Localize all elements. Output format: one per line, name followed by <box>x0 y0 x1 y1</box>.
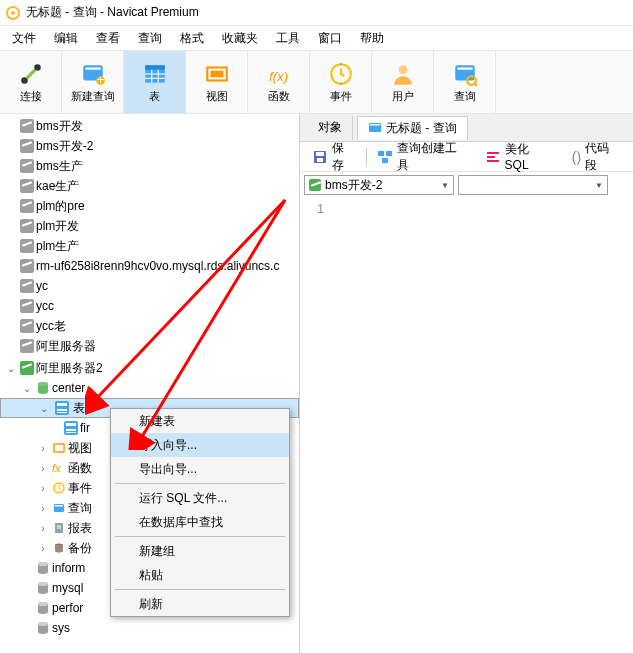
tool-event[interactable]: 事件 <box>310 51 372 113</box>
line-gutter: 1 <box>306 202 330 649</box>
connection-icon <box>20 219 34 233</box>
tool-function[interactable]: f(x) 函数 <box>248 51 310 113</box>
query-builder-button[interactable]: 查询创建工具 <box>371 138 475 176</box>
context-menu-item[interactable]: 在数据库中查找 <box>111 510 289 534</box>
chevron-right-icon: › <box>36 543 50 554</box>
tree-connection[interactable]: rm-uf6258i8renn9hcv0vo.mysql.rds.aliyunc… <box>0 256 299 276</box>
tree-connection[interactable]: plm的pre <box>0 196 299 216</box>
connection-icon <box>20 361 34 375</box>
view-icon <box>52 441 66 455</box>
svg-point-40 <box>38 622 48 626</box>
chevron-right-icon: › <box>36 483 50 494</box>
context-menu-item[interactable]: 刷新 <box>111 592 289 616</box>
beautify-sql-button[interactable]: 美化 SQL <box>479 139 562 174</box>
function-icon: f(x) <box>266 61 292 87</box>
svg-point-24 <box>38 382 48 386</box>
svg-rect-46 <box>378 151 384 156</box>
database-icon <box>36 621 50 635</box>
svg-point-16 <box>339 63 341 65</box>
tool-user[interactable]: 用户 <box>372 51 434 113</box>
chevron-down-icon: ▼ <box>441 181 449 190</box>
tool-new-query[interactable]: + 新建查询 <box>62 51 124 113</box>
chevron-right-icon: › <box>36 503 50 514</box>
beautify-icon <box>485 149 501 165</box>
tree-connection-active[interactable]: ⌄ 阿里服务器2 <box>0 358 299 378</box>
svg-rect-25 <box>54 444 64 452</box>
tree-connection[interactable]: bms生产 <box>0 156 299 176</box>
tree-connection[interactable]: 阿里服务器 <box>0 336 299 356</box>
tables-icon <box>55 401 69 415</box>
menu-help[interactable]: 帮助 <box>352 28 392 49</box>
plug-icon <box>18 61 44 87</box>
connection-icon <box>20 299 34 313</box>
menu-file[interactable]: 文件 <box>4 28 44 49</box>
view-icon <box>204 61 230 87</box>
database-icon <box>36 561 50 575</box>
tree-connection[interactable]: plm开发 <box>0 216 299 236</box>
chevron-right-icon: › <box>36 523 50 534</box>
menu-tools[interactable]: 工具 <box>268 28 308 49</box>
tree-connection[interactable]: ycc <box>0 296 299 316</box>
query-icon <box>452 61 478 87</box>
tool-table[interactable]: 表 <box>124 51 186 113</box>
tree-database[interactable]: ⌄ center <box>0 378 299 398</box>
menu-query[interactable]: 查询 <box>130 28 170 49</box>
save-button[interactable]: 保存 <box>306 138 362 176</box>
tool-query[interactable]: 查询 <box>434 51 496 113</box>
context-menu: 新建表导入向导...导出向导...运行 SQL 文件...在数据库中查找新建组粘… <box>110 408 290 617</box>
menu-favorites[interactable]: 收藏夹 <box>214 28 266 49</box>
table-icon <box>64 421 78 435</box>
query-selectors: bms开发-2 ▼ ▼ <box>300 172 633 198</box>
backup-icon <box>52 541 66 555</box>
chevron-right-icon: › <box>36 443 50 454</box>
app-icon <box>6 6 20 20</box>
connection-icon <box>309 179 321 191</box>
context-menu-item[interactable]: 导出向导... <box>111 457 289 481</box>
tree-connection[interactable]: bms开发-2 <box>0 136 299 156</box>
connection-icon <box>20 119 34 133</box>
tree-connection[interactable]: yc <box>0 276 299 296</box>
svg-rect-42 <box>370 124 380 126</box>
function-icon: fx <box>52 461 66 475</box>
chevron-right-icon: › <box>36 463 50 474</box>
context-menu-item[interactable]: 粘贴 <box>111 563 289 587</box>
connection-select[interactable]: bms开发-2 ▼ <box>304 175 454 195</box>
svg-point-38 <box>38 602 48 606</box>
builder-icon <box>377 149 393 165</box>
tree-connection[interactable]: bms开发 <box>0 116 299 136</box>
user-icon <box>390 61 416 87</box>
menu-view[interactable]: 查看 <box>88 28 128 49</box>
menu-format[interactable]: 格式 <box>172 28 212 49</box>
database-icon <box>36 581 50 595</box>
tool-view[interactable]: 视图 <box>186 51 248 113</box>
query-toolbar: 保存 查询创建工具 美化 SQL () 代码段 <box>300 142 633 172</box>
connection-icon <box>20 339 34 353</box>
svg-point-34 <box>38 562 48 566</box>
chevron-down-icon: ⌄ <box>37 403 51 414</box>
snippet-button[interactable]: () 代码段 <box>566 138 627 176</box>
svg-text:f(x): f(x) <box>269 68 288 83</box>
tool-connect[interactable]: 连接 <box>0 51 62 113</box>
menu-edit[interactable]: 编辑 <box>46 28 86 49</box>
right-panel: 对象 无标题 - 查询 保存 查询创建工具 美化 SQL () <box>300 114 633 653</box>
context-menu-item[interactable]: 运行 SQL 文件... <box>111 486 289 510</box>
svg-line-22 <box>474 83 476 85</box>
tree-connection[interactable]: kae生产 <box>0 176 299 196</box>
tree-connection[interactable]: ycc老 <box>0 316 299 336</box>
svg-rect-45 <box>317 157 323 161</box>
tree-connection[interactable]: plm生产 <box>0 236 299 256</box>
query-icon <box>368 121 382 135</box>
tab-objects[interactable]: 对象 <box>308 116 353 140</box>
context-menu-item[interactable]: 新建表 <box>111 409 289 433</box>
database-select[interactable]: ▼ <box>458 175 608 195</box>
context-menu-item[interactable]: 新建组 <box>111 539 289 563</box>
tree-database[interactable]: sys <box>0 618 299 638</box>
menu-window[interactable]: 窗口 <box>310 28 350 49</box>
svg-point-17 <box>339 82 341 84</box>
context-menu-item[interactable]: 导入向导... <box>111 433 289 457</box>
tab-query[interactable]: 无标题 - 查询 <box>357 116 468 140</box>
sql-editor[interactable]: 1 <box>300 198 633 653</box>
svg-text:+: + <box>96 71 104 86</box>
save-icon <box>312 149 328 165</box>
connection-icon <box>20 319 34 333</box>
